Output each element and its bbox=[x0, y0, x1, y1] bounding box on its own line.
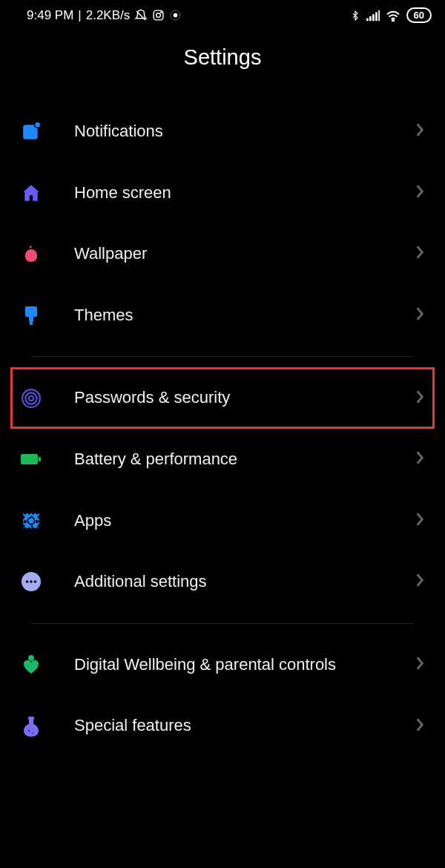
settings-item-passwords-security[interactable]: Passwords & security bbox=[10, 367, 435, 429]
settings-item-label: Apps bbox=[74, 510, 415, 532]
settings-item-label: Wallpaper bbox=[74, 243, 415, 265]
settings-item-label: Passwords & security bbox=[74, 387, 415, 409]
settings-item-label: Additional settings bbox=[74, 571, 415, 593]
status-time: 9:49 PM bbox=[27, 8, 73, 23]
svg-rect-16 bbox=[30, 321, 33, 325]
chevron-right-icon bbox=[415, 573, 424, 591]
svg-rect-14 bbox=[25, 306, 37, 317]
settings-item-special-features[interactable]: Special features bbox=[10, 695, 435, 757]
fingerprint-icon bbox=[21, 388, 42, 409]
svg-point-13 bbox=[35, 122, 40, 128]
settings-item-label: Themes bbox=[74, 305, 415, 326]
chevron-right-icon bbox=[415, 306, 424, 324]
svg-point-28 bbox=[28, 655, 34, 661]
instagram-icon bbox=[152, 9, 165, 22]
special-icon bbox=[21, 716, 42, 737]
wifi-icon bbox=[386, 10, 400, 22]
divider bbox=[31, 623, 414, 624]
divider bbox=[31, 356, 414, 357]
settings-item-label: Notifications bbox=[74, 121, 415, 142]
status-separator: | bbox=[78, 8, 81, 23]
svg-point-4 bbox=[174, 13, 178, 18]
mute-icon bbox=[134, 9, 148, 22]
chevron-right-icon bbox=[415, 122, 424, 140]
svg-point-23 bbox=[28, 518, 34, 524]
page-title: Settings bbox=[0, 45, 445, 70]
settings-item-battery[interactable]: Battery & performance bbox=[10, 429, 435, 490]
more-icon bbox=[21, 571, 42, 592]
themes-icon bbox=[21, 305, 42, 326]
chevron-right-icon bbox=[415, 245, 424, 263]
settings-item-label: Special features bbox=[74, 715, 415, 737]
settings-item-label: Battery & performance bbox=[74, 449, 415, 470]
settings-item-label: Digital Wellbeing & parental controls bbox=[74, 654, 415, 676]
chevron-right-icon bbox=[415, 512, 424, 530]
app-icon bbox=[169, 9, 182, 22]
settings-item-wellbeing[interactable]: Digital Wellbeing & parental controls bbox=[10, 634, 435, 696]
svg-point-31 bbox=[32, 732, 33, 734]
status-speed: 2.2KB/s bbox=[86, 8, 131, 23]
battery-icon bbox=[21, 449, 42, 470]
settings-list: Notifications Home screen Wallpaper Them… bbox=[0, 101, 445, 757]
signal-icon bbox=[366, 10, 380, 22]
svg-rect-21 bbox=[39, 457, 41, 461]
svg-rect-5 bbox=[366, 18, 369, 21]
settings-item-label: Home screen bbox=[74, 183, 415, 204]
notifications-icon bbox=[21, 121, 42, 142]
wellbeing-icon bbox=[21, 654, 42, 675]
svg-point-26 bbox=[30, 581, 32, 583]
svg-point-18 bbox=[25, 392, 36, 404]
svg-rect-6 bbox=[369, 16, 372, 20]
settings-item-wallpaper[interactable]: Wallpaper bbox=[10, 223, 435, 285]
chevron-right-icon bbox=[415, 184, 424, 202]
svg-rect-9 bbox=[378, 10, 380, 20]
svg-point-1 bbox=[156, 13, 161, 18]
settings-item-home-screen[interactable]: Home screen bbox=[10, 162, 435, 224]
svg-point-2 bbox=[161, 12, 162, 13]
apps-icon bbox=[21, 510, 42, 531]
svg-rect-8 bbox=[375, 12, 378, 21]
chevron-right-icon bbox=[415, 389, 424, 407]
svg-rect-29 bbox=[28, 717, 34, 720]
svg-point-10 bbox=[392, 20, 393, 22]
status-bar: 9:49 PM | 2.2KB/s 60 bbox=[0, 0, 445, 27]
battery-indicator: 60 bbox=[406, 7, 432, 23]
svg-point-25 bbox=[26, 581, 28, 583]
chevron-right-icon bbox=[415, 450, 424, 468]
settings-item-additional[interactable]: Additional settings bbox=[10, 551, 435, 613]
svg-point-19 bbox=[29, 395, 34, 401]
svg-rect-20 bbox=[21, 454, 38, 464]
svg-point-27 bbox=[34, 581, 36, 583]
svg-rect-7 bbox=[372, 14, 375, 21]
svg-rect-15 bbox=[29, 317, 33, 321]
chevron-right-icon bbox=[415, 717, 424, 735]
bluetooth-icon bbox=[350, 9, 360, 22]
svg-point-30 bbox=[28, 729, 30, 731]
chevron-right-icon bbox=[415, 656, 424, 674]
status-bar-left: 9:49 PM | 2.2KB/s bbox=[27, 8, 182, 23]
settings-item-notifications[interactable]: Notifications bbox=[10, 101, 435, 162]
status-bar-right: 60 bbox=[350, 7, 432, 23]
wallpaper-icon bbox=[21, 243, 42, 264]
settings-item-apps[interactable]: Apps bbox=[10, 490, 435, 552]
settings-item-themes[interactable]: Themes bbox=[10, 285, 435, 346]
home-icon bbox=[21, 183, 42, 203]
